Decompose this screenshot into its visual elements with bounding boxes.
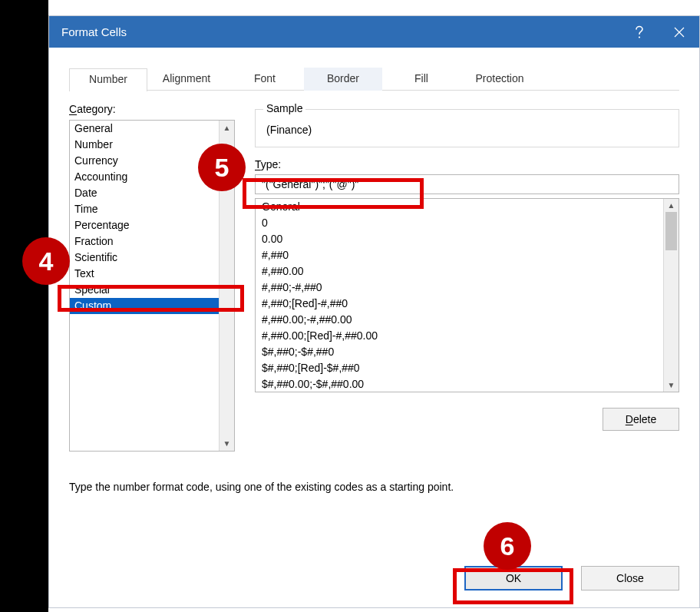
tab-fill[interactable]: Fill [382,68,461,91]
tab-strip: Number Alignment Font Border Fill Protec… [69,68,679,91]
delete-label: elete [633,413,656,425]
format-detail-panel: Sample (Finance) Type: General 0 0.00 #,… [255,103,679,452]
list-item[interactable]: Percentage [70,217,219,233]
stage: Format Cells Number Alignment Font Borde… [0,0,700,612]
hint-text: Type the number format code, using one o… [69,481,679,493]
tab-number[interactable]: Number [69,68,147,91]
type-label-text: ype: [261,158,281,170]
list-item[interactable]: #,##0.00;[Red]-#,##0.00 [256,328,663,344]
dialog-body: Number Alignment Font Border Fill Protec… [49,48,699,607]
category-scrollbar[interactable]: ▲ ▼ [219,121,234,451]
codes-scrollbar[interactable]: ▲ ▼ [663,199,679,392]
ok-button[interactable]: OK [464,566,563,590]
category-label-text: ategory: [77,103,116,115]
scroll-down-icon[interactable]: ▼ [664,381,679,389]
list-item[interactable]: Fraction [70,233,219,250]
category-panel: Category: General Number Currency Accoun… [69,103,235,452]
delete-row: Delete [255,408,679,431]
tab-font[interactable]: Font [226,68,304,91]
format-codes-listbox[interactable]: General 0 0.00 #,##0 #,##0.00 #,##0;-#,#… [255,198,679,392]
category-items: General Number Currency Accounting Date … [70,121,219,451]
list-item[interactable]: 0 [256,215,663,231]
list-item[interactable]: Special [70,282,219,298]
tab-protection[interactable]: Protection [461,68,539,91]
scroll-thumb[interactable] [665,212,677,250]
list-item[interactable]: General [70,121,219,137]
list-item[interactable]: #,##0;-#,##0 [256,280,663,296]
sample-value: (Finance) [266,124,671,136]
delete-accelerator: D [626,413,633,425]
format-codes-items: General 0 0.00 #,##0 #,##0.00 #,##0;-#,#… [256,199,663,392]
list-item-custom[interactable]: Custom [70,298,219,314]
sample-groupbox: Sample (Finance) [255,109,679,147]
list-item[interactable]: Text [70,266,219,282]
type-accelerator: T [255,158,261,170]
scroll-up-icon[interactable]: ▲ [664,201,679,210]
list-item[interactable]: #,##0 [256,247,663,263]
dialog-footer: OK Close [464,566,679,590]
help-button[interactable] [619,16,659,48]
format-cells-dialog: Format Cells Number Alignment Font Borde… [48,15,700,608]
list-item[interactable]: Number [70,137,219,153]
list-item[interactable]: #,##0.00 [256,263,663,280]
svg-point-0 [639,36,640,38]
delete-button[interactable]: Delete [603,408,679,431]
list-item[interactable]: Date [70,185,219,201]
tab-border[interactable]: Border [304,68,382,91]
list-item[interactable]: Currency [70,153,219,169]
list-item[interactable]: $#,##0;-$#,##0 [256,344,663,360]
type-label: Type: [255,158,679,170]
content-area: Category: General Number Currency Accoun… [69,91,679,452]
left-black-strip [0,0,48,612]
close-icon [674,27,685,38]
list-item[interactable]: Scientific [70,250,219,266]
list-item[interactable]: #,##0.00;-#,##0.00 [256,312,663,328]
list-item[interactable]: #,##0;[Red]-#,##0 [256,296,663,312]
tab-alignment[interactable]: Alignment [147,68,226,91]
category-listbox[interactable]: General Number Currency Accounting Date … [69,120,235,452]
scroll-down-icon[interactable]: ▼ [223,439,231,448]
category-accelerator: C [69,103,77,115]
list-item[interactable]: $#,##0;[Red]-$#,##0 [256,360,663,376]
list-item[interactable]: Time [70,201,219,217]
titlebar: Format Cells [49,16,699,48]
close-window-button[interactable] [659,16,699,48]
list-item[interactable]: 0.00 [256,231,663,247]
scroll-up-icon[interactable]: ▲ [223,124,231,132]
list-item[interactable]: Accounting [70,169,219,185]
list-item[interactable]: $#,##0.00;-$#,##0.00 [256,376,663,392]
help-icon [635,25,644,39]
close-button[interactable]: Close [581,566,679,590]
dialog-title: Format Cells [61,25,619,38]
list-item[interactable]: General [256,199,663,215]
type-input[interactable] [255,174,679,194]
category-label: Category: [69,103,235,115]
sample-legend: Sample [263,102,305,114]
